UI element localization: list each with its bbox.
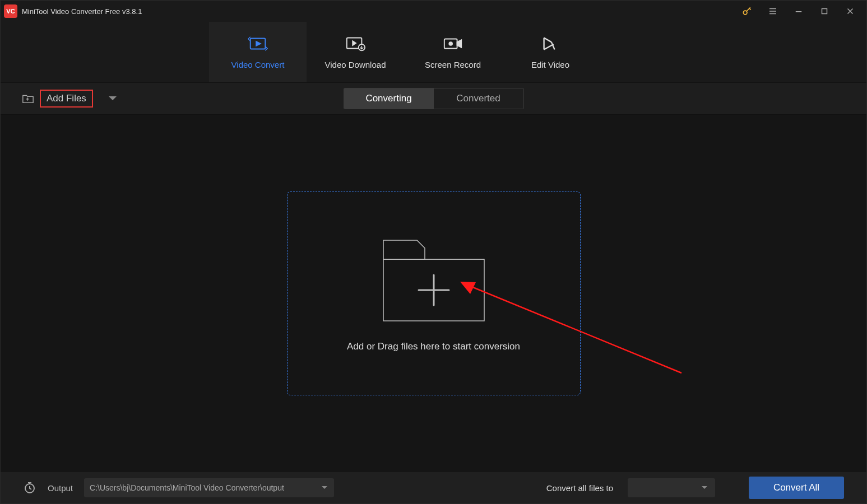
- svg-point-0: [743, 11, 747, 15]
- tab-edit-video[interactable]: Edit Video: [502, 22, 599, 82]
- output-path-select[interactable]: C:\Users\bj\Documents\MiniTool Video Con…: [84, 478, 334, 497]
- edit-video-icon: [539, 35, 562, 52]
- convert-all-button[interactable]: Convert All: [749, 477, 844, 499]
- svg-point-6: [449, 42, 452, 45]
- menu-icon[interactable]: [760, 1, 786, 22]
- app-logo: VC: [4, 4, 17, 18]
- tab-converted[interactable]: Converted: [434, 88, 523, 109]
- output-label: Output: [48, 483, 73, 493]
- dropzone[interactable]: Add or Drag files here to start conversi…: [287, 192, 581, 395]
- folder-add-icon: [378, 235, 490, 324]
- output-path-text: C:\Users\bj\Documents\MiniTool Video Con…: [90, 483, 284, 492]
- app-title: MiniTool Video Converter Free v3.8.1: [22, 7, 734, 16]
- maximize-icon[interactable]: [812, 1, 837, 22]
- svg-rect-1: [822, 9, 827, 14]
- key-icon[interactable]: [734, 1, 760, 22]
- clock-icon[interactable]: [23, 481, 36, 494]
- tab-video-download[interactable]: Video Download: [307, 22, 404, 82]
- main-nav: Video Convert Video Download Screen Reco…: [1, 22, 866, 82]
- tab-label: Edit Video: [531, 60, 569, 69]
- titlebar: VC MiniTool Video Converter Free v3.8.1: [1, 1, 866, 22]
- format-select[interactable]: [628, 478, 715, 497]
- video-download-icon: [344, 35, 367, 52]
- dropzone-text: Add or Drag files here to start conversi…: [347, 341, 520, 352]
- tab-screen-record[interactable]: Screen Record: [404, 22, 502, 82]
- video-convert-icon: [247, 35, 269, 52]
- mode-tabs: Converting Converted: [344, 88, 524, 109]
- add-folder-icon[interactable]: [22, 93, 34, 104]
- tab-converting[interactable]: Converting: [344, 88, 434, 109]
- chevron-down-icon: [701, 485, 708, 491]
- close-icon[interactable]: [837, 1, 863, 22]
- screen-record-icon: [442, 35, 464, 52]
- tab-video-convert[interactable]: Video Convert: [209, 22, 307, 82]
- chevron-down-icon: [321, 485, 328, 491]
- tab-label: Video Convert: [231, 60, 285, 69]
- tab-label: Video Download: [325, 60, 386, 69]
- tab-label: Screen Record: [425, 60, 481, 69]
- convert-all-label: Convert all files to: [546, 483, 613, 493]
- add-files-button[interactable]: Add Files: [40, 90, 93, 108]
- add-files-group: Add Files: [22, 90, 118, 108]
- bottom-bar: Output C:\Users\bj\Documents\MiniTool Vi…: [1, 472, 866, 503]
- title-controls: [734, 1, 863, 22]
- main-area: Add or Drag files here to start conversi…: [1, 115, 866, 472]
- minimize-icon[interactable]: [786, 1, 812, 22]
- chevron-down-icon[interactable]: [108, 95, 118, 102]
- toolbar: Add Files Converting Converted: [1, 82, 866, 115]
